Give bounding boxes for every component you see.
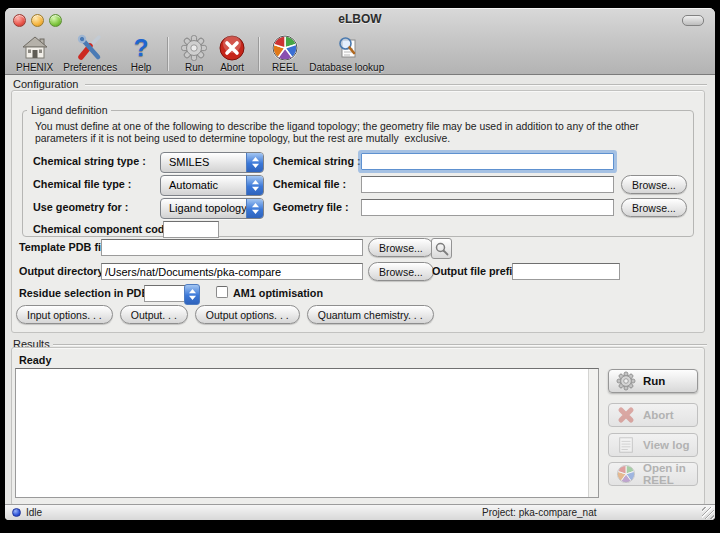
abort-x-circle-icon	[218, 34, 246, 62]
reel-pie-icon	[616, 464, 636, 484]
am1-optimisation-checkbox[interactable]	[216, 286, 228, 298]
open-in-reel-button-label: Open in REEL	[643, 462, 690, 486]
window-title: eLBOW	[5, 12, 715, 26]
results-log-scrollbar[interactable]	[588, 369, 598, 497]
popup-arrows-icon	[246, 199, 263, 218]
abort-button-label: Abort	[643, 409, 674, 421]
configuration-panel: Ligand definition You must define at one…	[11, 90, 705, 333]
output-directory-browse-button[interactable]: Browse...	[368, 262, 434, 281]
status-idle-dot-icon	[12, 508, 21, 517]
ligand-definition-group: Ligand definition You must define at one…	[22, 104, 694, 237]
quantum-chemistry-button[interactable]: Quantum chemistry. . .	[307, 305, 434, 324]
toolbar-label: Preferences	[63, 62, 117, 73]
resize-grip[interactable]	[702, 507, 714, 519]
reel-pie-icon	[271, 34, 299, 62]
results-rule	[53, 344, 707, 345]
chemical-file-type-value: Automatic	[169, 179, 218, 191]
toolbar-label: Database lookup	[309, 62, 384, 73]
chemical-string-type-value: SMILES	[169, 156, 209, 168]
chemical-component-code-label: Chemical component code :	[33, 223, 177, 235]
chemical-file-type-select[interactable]: Automatic	[160, 175, 264, 196]
am1-optimisation-label: AM1 optimisation	[233, 287, 323, 299]
output-directory-label: Output directory :	[19, 265, 110, 277]
output-file-prefix-input[interactable]	[512, 263, 620, 280]
chemical-string-type-label: Chemical string type :	[33, 155, 146, 167]
phenix-house-icon	[21, 34, 49, 62]
elbow-window: eLBOW PHENIX	[5, 8, 715, 520]
run-button-label: Run	[643, 375, 665, 387]
geometry-file-browse-button[interactable]: Browse...	[621, 198, 687, 217]
run-button[interactable]: Run	[608, 369, 698, 393]
template-pdb-search-button[interactable]	[431, 238, 452, 259]
view-log-icon	[616, 435, 636, 455]
preferences-tools-icon	[76, 34, 104, 62]
toolbar-toggle-button[interactable]	[682, 15, 704, 26]
view-log-button-label: View log	[643, 439, 689, 451]
ligand-description-line1: You must define at one of the following …	[35, 121, 639, 132]
ligand-definition-legend: Ligand definition	[27, 104, 111, 116]
stepper-arrows-icon	[188, 288, 197, 301]
chemical-file-type-label: Chemical file type :	[33, 178, 131, 190]
chemical-file-browse-button[interactable]: Browse...	[621, 175, 687, 194]
output-button[interactable]: Output. . .	[120, 305, 188, 324]
use-geometry-for-value: Ligand topology	[169, 202, 247, 214]
template-pdb-browse-button[interactable]: Browse...	[368, 238, 434, 257]
toolbar-button-run[interactable]: Run	[175, 34, 213, 73]
search-icon	[435, 242, 449, 256]
use-geometry-for-select[interactable]: Ligand topology	[160, 198, 264, 219]
toolbar-separator	[167, 37, 168, 71]
template-pdb-file-input[interactable]	[101, 239, 363, 256]
geometry-file-label: Geometry file :	[273, 201, 349, 213]
results-panel: Ready Run	[11, 347, 705, 506]
popup-arrows-icon	[246, 153, 263, 172]
chemical-file-input[interactable]	[361, 176, 614, 193]
chemical-file-label: Chemical file :	[273, 178, 346, 190]
toolbar-button-abort[interactable]: Abort	[213, 34, 251, 73]
toolbar: PHENIX Preferences ? Help	[11, 32, 709, 73]
toolbar-separator	[258, 37, 259, 71]
status-project-text: Project: pka-compare_nat	[482, 507, 597, 518]
results-status-text: Ready	[19, 354, 51, 366]
open-in-reel-button: Open in REEL	[608, 462, 698, 486]
chemical-string-label: Chemical string :	[273, 155, 361, 167]
toolbar-button-reel[interactable]: REEL	[266, 34, 304, 73]
status-state-text: Idle	[26, 507, 42, 518]
output-options-button[interactable]: Output options. . .	[195, 305, 300, 324]
database-lookup-icon	[333, 34, 361, 62]
toolbar-button-help[interactable]: ? Help	[122, 34, 160, 73]
output-directory-input[interactable]	[101, 263, 363, 280]
window-chrome: eLBOW PHENIX	[5, 8, 715, 75]
toolbar-label: Help	[131, 62, 152, 73]
popup-arrows-icon	[246, 176, 263, 195]
toolbar-label: REEL	[272, 62, 298, 73]
use-geometry-for-label: Use geometry for :	[33, 201, 128, 213]
run-gear-icon	[180, 34, 208, 62]
abort-button: Abort	[608, 403, 698, 427]
abort-x-icon	[616, 405, 636, 425]
toolbar-label: PHENIX	[16, 62, 53, 73]
ligand-description-line2: parameters if it is not being used to de…	[35, 133, 450, 144]
chemical-string-input[interactable]	[361, 153, 614, 170]
toolbar-button-phenix[interactable]: PHENIX	[11, 34, 58, 73]
help-question-icon: ?	[127, 34, 155, 62]
chemical-component-code-input[interactable]	[163, 221, 219, 238]
configuration-section-title: Configuration	[13, 78, 78, 90]
title-bar[interactable]: eLBOW	[5, 8, 715, 30]
residue-selection-stepper[interactable]	[184, 284, 200, 305]
run-gear-icon	[616, 371, 636, 391]
results-log[interactable]	[15, 368, 599, 498]
geometry-file-input[interactable]	[361, 199, 614, 216]
input-options-button[interactable]: Input options. . .	[16, 305, 113, 324]
view-log-button: View log	[608, 433, 698, 457]
status-bar: Idle Project: pka-compare_nat	[5, 504, 715, 520]
residue-selection-input[interactable]	[144, 285, 188, 302]
toolbar-button-database-lookup[interactable]: Database lookup	[304, 34, 389, 73]
toolbar-label: Run	[185, 62, 203, 73]
chemical-string-type-select[interactable]: SMILES	[160, 152, 264, 173]
toolbar-label: Abort	[220, 62, 244, 73]
option-buttons-row: Input options. . . Output. . . Output op…	[16, 305, 434, 324]
toolbar-button-preferences[interactable]: Preferences	[58, 34, 122, 73]
configuration-rule	[85, 84, 707, 85]
